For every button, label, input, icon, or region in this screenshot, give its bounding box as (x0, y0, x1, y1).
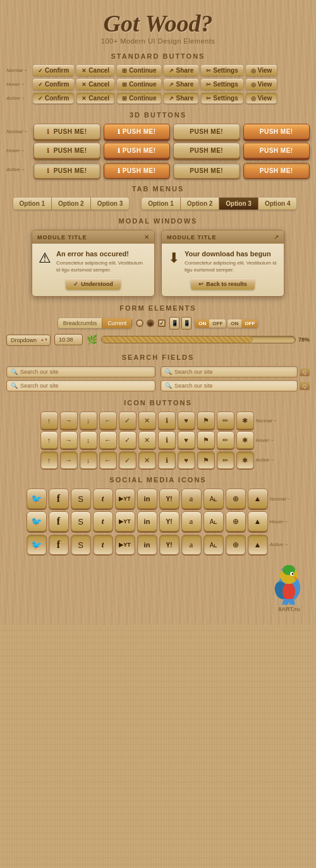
icon-down-active[interactable]: ↓ (80, 451, 97, 469)
icon-up-active[interactable]: ↑ (40, 451, 58, 469)
confirm-btn-hover[interactable]: ✓Confirm (33, 79, 74, 90)
checkbox-1[interactable]: ✓ (158, 319, 166, 327)
search-field-right-focus[interactable]: 🔍 Search our site (161, 380, 298, 391)
radio-btn-2[interactable] (147, 319, 154, 327)
back-to-results-button[interactable]: ↩ Back to results (191, 278, 255, 290)
3d-btn-h2[interactable]: ℹ PUSH ME! (104, 143, 171, 158)
settings-btn-normal[interactable]: ✂Settings (201, 65, 243, 76)
continue-btn-normal[interactable]: ⊞Continue (117, 65, 161, 76)
3d-btn-a4[interactable]: PUSH ME! (243, 163, 310, 179)
social-amazon-active[interactable]: a (181, 535, 202, 555)
social-adn-normal[interactable]: Aʟ (204, 489, 224, 509)
3d-btn-n2[interactable]: ℹ PUSH ME! (104, 124, 171, 140)
3d-btn-a1[interactable]: ℹ PUSH ME! (33, 163, 100, 179)
breadcrumb-breadcrumbs[interactable]: Breadcrumbs (58, 318, 103, 328)
social-yahoo-hover[interactable]: Y! (159, 511, 179, 532)
social-twitter-active[interactable]: 🐦 (27, 535, 47, 555)
icon-down-normal[interactable]: ↓ (80, 412, 97, 429)
cancel-btn-active[interactable]: ✕Cancel (76, 93, 114, 104)
social-facebook-active[interactable]: f (49, 535, 69, 555)
icon-right-hover[interactable]: → (60, 431, 78, 449)
social-facebook-normal[interactable]: f (49, 489, 69, 509)
icon-left-normal[interactable]: ← (99, 412, 117, 429)
continue-btn-active[interactable]: ⊞Continue (117, 93, 161, 104)
tab-2-2[interactable]: Option 2 (181, 198, 220, 210)
3d-btn-a3[interactable]: PUSH ME! (173, 163, 240, 179)
understood-button[interactable]: ✓ Understood (66, 278, 121, 290)
icon-check-active[interactable]: ✓ (119, 451, 137, 469)
tab-1-3[interactable]: Option 3 (91, 198, 130, 210)
icon-flag-hover[interactable]: ⚑ (197, 431, 215, 449)
social-youtube-hover[interactable]: ▶YT (115, 511, 135, 532)
share-btn-active[interactable]: ↗Share (164, 93, 198, 104)
icon-right-normal[interactable]: → (60, 412, 78, 429)
social-skype-hover[interactable]: S (71, 511, 91, 532)
social-tumblr-hover[interactable]: t (93, 511, 113, 532)
icon-flag-normal[interactable]: ⚑ (197, 412, 215, 429)
social-amazon-hover[interactable]: a (181, 511, 202, 532)
view-btn-active[interactable]: ◎View (246, 93, 277, 104)
3d-btn-a2[interactable]: ℹ PUSH ME! (104, 163, 171, 179)
search-field-right-normal[interactable]: 🔍 Search our site (161, 366, 298, 378)
social-adn-active[interactable]: Aʟ (204, 535, 224, 555)
3d-btn-h4[interactable]: PUSH ME! (243, 143, 310, 158)
icon-x-active[interactable]: ✕ (138, 451, 156, 469)
error-modal-close[interactable]: ✕ (144, 234, 149, 241)
social-linkedin-hover[interactable]: in (137, 511, 157, 532)
continue-btn-hover[interactable]: ⊞Continue (117, 79, 161, 90)
time-input[interactable] (54, 334, 83, 345)
social-amazon-normal[interactable]: a (181, 489, 202, 509)
3d-btn-n4[interactable]: PUSH ME! (243, 124, 310, 140)
social-linkedin-active[interactable]: in (137, 535, 157, 555)
icon-x-normal[interactable]: ✕ (138, 412, 156, 429)
view-btn-hover[interactable]: ◎View (246, 79, 277, 90)
icon-edit-hover[interactable]: ✏ (217, 431, 234, 449)
tab-1-2[interactable]: Option 2 (52, 198, 91, 210)
icon-edit-normal[interactable]: ✏ (217, 412, 234, 429)
3d-btn-h1[interactable]: ℹ PUSH ME! (33, 143, 100, 158)
icon-up-hover[interactable]: ↑ (40, 431, 58, 449)
social-youtube-active[interactable]: ▶YT (115, 535, 135, 555)
icon-star-active[interactable]: ✱ (236, 451, 254, 469)
tab-2-1[interactable]: Option 1 (142, 198, 181, 210)
dropdown-wrapper[interactable]: Dropdown (6, 333, 51, 346)
icon-down-hover[interactable]: ↓ (80, 431, 97, 449)
icon-heart-hover[interactable]: ♥ (178, 431, 195, 449)
tab-2-4[interactable]: Option 4 (258, 198, 297, 210)
download-modal-expand[interactable]: ↗ (274, 234, 279, 241)
tab-2-3[interactable]: Option 3 (219, 198, 258, 210)
icon-check-normal[interactable]: ✓ (119, 412, 137, 429)
social-yahoo-active[interactable]: Y! (159, 535, 179, 555)
social-tumblr-active[interactable]: t (93, 535, 113, 555)
icon-left-active[interactable]: ← (99, 451, 117, 469)
social-youtube-normal[interactable]: ▶YT (115, 489, 135, 509)
social-triangle-hover[interactable]: ▲ (248, 511, 268, 532)
social-yahoo-normal[interactable]: Y! (159, 489, 179, 509)
share-btn-hover[interactable]: ↗Share (164, 79, 198, 90)
icon-info-hover[interactable]: ℹ (158, 431, 176, 449)
icon-star-hover[interactable]: ✱ (236, 431, 254, 449)
search-field-left-normal[interactable]: 🔍 Search our site (6, 366, 155, 378)
social-triangle-active[interactable]: ▲ (248, 535, 268, 555)
3d-btn-n3[interactable]: PUSH ME! (173, 124, 240, 140)
icon-up-normal[interactable]: ↑ (40, 412, 58, 429)
3d-btn-h3[interactable]: PUSH ME! (173, 143, 240, 158)
icon-right-active[interactable]: → (60, 451, 78, 469)
social-twitter-hover[interactable]: 🐦 (27, 511, 47, 532)
tab-1-1[interactable]: Option 1 (13, 198, 52, 210)
confirm-btn-active[interactable]: ✓Confirm (33, 93, 74, 104)
icon-heart-active[interactable]: ♥ (178, 451, 195, 469)
social-globe-hover[interactable]: ⊕ (226, 511, 246, 532)
radio-btn-1[interactable] (136, 319, 143, 327)
icon-star-normal[interactable]: ✱ (236, 412, 254, 429)
social-skype-normal[interactable]: S (71, 489, 91, 509)
social-facebook-hover[interactable]: f (49, 511, 69, 532)
icon-info-active[interactable]: ℹ (158, 451, 176, 469)
icon-left-hover[interactable]: ← (99, 431, 117, 449)
settings-btn-active[interactable]: ✂Settings (201, 93, 243, 104)
social-linkedin-normal[interactable]: in (137, 489, 157, 509)
cancel-btn-hover[interactable]: ✕Cancel (76, 79, 114, 90)
search-btn-right-focus[interactable]: Q (300, 382, 310, 390)
confirm-btn-normal[interactable]: ✓Confirm (33, 65, 74, 76)
social-globe-active[interactable]: ⊕ (226, 535, 246, 555)
